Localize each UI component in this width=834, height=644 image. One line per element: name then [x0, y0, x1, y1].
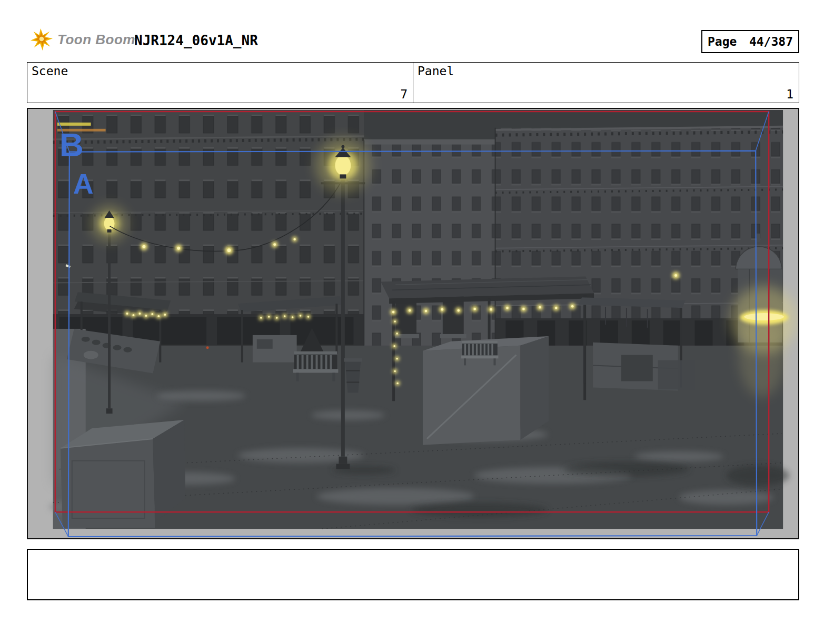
panel-cell: Panel 1 [413, 63, 799, 103]
toonboom-logo-text: Toon Boom [57, 32, 135, 48]
project-title: NJR124_06v1A_NR [134, 33, 258, 48]
page-indicator: Page 44/387 [701, 30, 799, 53]
scene-cell: Scene 7 [27, 63, 413, 103]
page-label: Page [708, 35, 737, 48]
camera-label-b: B [59, 126, 84, 164]
panel-number: 1 [786, 87, 793, 101]
scene-label: Scene [32, 64, 68, 78]
toonboom-logo: Toon Boom [29, 27, 135, 52]
storyboard-panel: B A [27, 108, 799, 539]
storyboard-artwork: B A [28, 109, 798, 538]
caption-box [27, 549, 799, 600]
storyboard-page: Toon Boom NJR124_06v1A_NR Page 44/387 Sc… [0, 0, 834, 644]
camera-label-a: A [73, 168, 94, 199]
page-value: 44/387 [749, 35, 793, 48]
scene-number: 7 [400, 87, 408, 101]
scene-panel-row: Scene 7 Panel 1 [27, 62, 799, 103]
panel-label: Panel [418, 64, 454, 78]
toonboom-starburst-icon [29, 27, 54, 52]
